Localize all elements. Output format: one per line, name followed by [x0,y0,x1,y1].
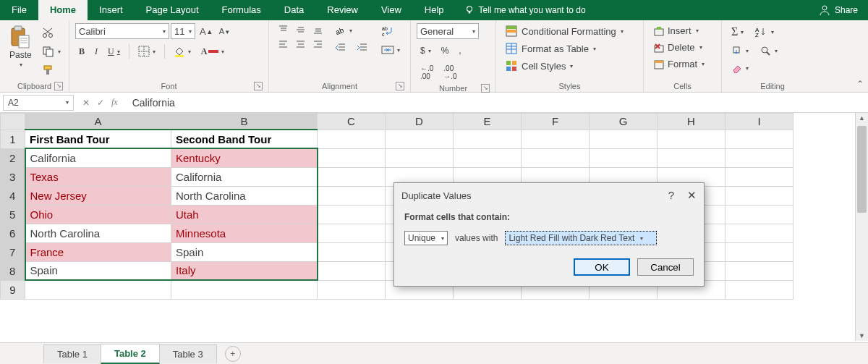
format-cells-button[interactable]: Format▾ [650,56,715,72]
sheet-tab-2[interactable]: Table 2 [101,344,160,364]
align-top-button[interactable] [275,23,291,36]
decrease-indent-button[interactable] [331,41,350,55]
shrink-font-button[interactable]: A▾ [216,26,232,36]
format-as-table-button[interactable]: Format as Table▾ [502,41,637,56]
cell[interactable] [726,261,793,280]
ok-button[interactable]: OK [574,258,630,276]
dialog-launcher-icon[interactable]: ↘ [54,82,63,90]
cell[interactable] [318,167,386,186]
cell[interactable] [522,148,590,167]
cell[interactable] [726,167,793,186]
scroll-thumb[interactable] [857,126,867,213]
cell[interactable]: California [25,148,171,167]
insert-cells-button[interactable]: Insert▾ [650,23,715,38]
cell[interactable]: Minnesota [171,224,318,242]
cell-styles-button[interactable]: Cell Styles▾ [502,58,637,74]
cell[interactable] [590,148,658,167]
row-header-5[interactable]: 5 [1,205,25,224]
cell[interactable] [726,242,793,261]
cell[interactable]: North Carolina [171,186,318,205]
cell[interactable] [386,130,454,148]
cell[interactable] [318,130,386,148]
vertical-scrollbar[interactable]: ▲ ▼ [855,113,868,341]
cell[interactable] [454,148,522,167]
tab-insert[interactable]: Insert [88,0,135,20]
align-bottom-button[interactable] [310,23,326,36]
row-header-9[interactable]: 9 [1,280,25,299]
dialog-launcher-icon[interactable]: ↘ [396,82,404,90]
cell[interactable] [522,130,590,148]
increase-indent-button[interactable] [353,41,372,55]
row-header-8[interactable]: 8 [1,261,25,280]
cell[interactable] [726,148,793,167]
new-sheet-button[interactable]: + [225,346,241,362]
cell[interactable] [318,224,386,242]
tab-page-layout[interactable]: Page Layout [135,0,210,20]
cell[interactable]: Kentucky [171,148,318,167]
cell[interactable] [318,205,386,224]
col-header-H[interactable]: H [658,114,726,130]
dialog-launcher-icon[interactable]: ↘ [254,82,263,90]
borders-button[interactable]: ▾ [135,43,159,59]
tab-formulas[interactable]: Formulas [210,0,273,20]
cell[interactable]: France [25,242,171,261]
align-center-button[interactable] [292,38,308,51]
align-middle-button[interactable] [292,23,308,36]
row-header-2[interactable]: 2 [1,148,25,167]
font-color-button[interactable]: A▾ [197,44,229,59]
col-header-G[interactable]: G [590,114,658,130]
increase-decimal-button[interactable]: ←.0.00 [417,62,437,82]
cell[interactable] [726,130,793,148]
cell[interactable]: Texas [25,167,171,186]
fill-color-button[interactable]: ▾ [170,43,195,59]
scroll-up-icon[interactable]: ▲ [856,114,868,122]
conditional-formatting-button[interactable]: Conditional Formatting▾ [502,23,637,39]
sheet-tab-1[interactable]: Table 1 [43,344,101,363]
name-box[interactable]: A2▾ [3,95,74,111]
cell[interactable]: Spain [25,261,171,280]
enter-formula-icon[interactable]: ✓ [97,98,104,108]
grow-font-button[interactable]: A▴ [197,25,215,38]
sort-filter-button[interactable]: AZ▾ [752,24,778,40]
merge-center-button[interactable]: ▾ [378,42,404,58]
tab-review[interactable]: Review [315,0,370,20]
cell[interactable] [726,224,793,242]
bold-button[interactable]: B [75,44,88,59]
cut-button[interactable] [38,25,64,41]
cell[interactable] [658,148,726,167]
dialog-help-button[interactable]: ? [668,189,674,202]
autosum-button[interactable]: Σ▾ [728,23,747,41]
cell[interactable] [726,205,793,224]
fill-button[interactable]: ▾ [728,43,752,58]
cell[interactable] [318,280,386,299]
col-header-E[interactable]: E [454,114,522,130]
paste-button[interactable]: Paste ▾ [6,23,35,70]
format-select[interactable]: Light Red Fill with Dark Red Text▾ [505,231,657,245]
format-painter-button[interactable] [38,62,64,78]
row-header-3[interactable]: 3 [1,167,25,186]
col-header-I[interactable]: I [726,114,793,130]
cell[interactable] [171,280,318,299]
dialog-close-button[interactable]: ✕ [687,189,697,202]
number-format-combo[interactable]: General▾ [417,23,479,39]
cell[interactable]: First Band Tour [25,130,171,148]
tab-help[interactable]: Help [413,0,456,20]
col-header-C[interactable]: C [318,114,386,130]
row-header-6[interactable]: 6 [1,224,25,242]
cell[interactable]: New Jersey [25,186,171,205]
align-left-button[interactable] [275,38,291,51]
underline-button[interactable]: U▾ [104,44,124,59]
col-header-F[interactable]: F [522,114,590,130]
col-header-A[interactable]: A [25,114,171,130]
tab-file[interactable]: File [0,0,38,20]
cell[interactable] [25,280,171,299]
cell[interactable] [454,130,522,148]
cell[interactable]: Italy [171,261,318,280]
percent-button[interactable]: % [438,43,453,58]
cell[interactable] [658,130,726,148]
dialog-launcher-icon[interactable]: ↘ [481,84,490,93]
tab-view[interactable]: View [370,0,413,20]
sheet-tab-3[interactable]: Table 3 [159,344,217,363]
align-right-button[interactable] [310,38,326,51]
cell[interactable] [318,242,386,261]
